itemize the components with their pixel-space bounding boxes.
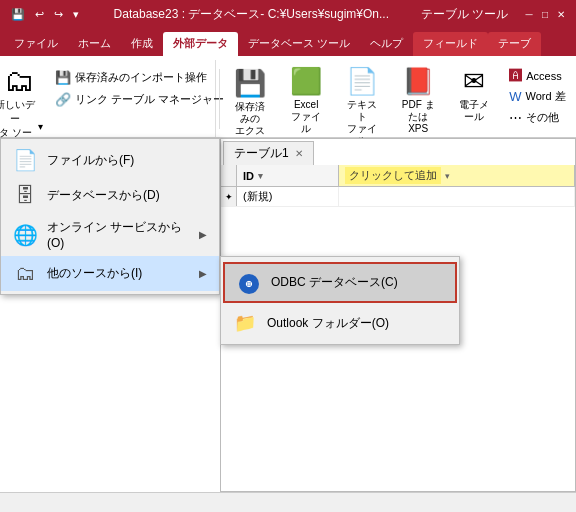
table-header-add[interactable]: クリックして追加 ▾ [339, 165, 575, 186]
pdf-label: PDF または XPS [399, 99, 437, 135]
maximize-button[interactable]: □ [538, 7, 552, 21]
quick-access-dropdown[interactable]: ▾ [70, 6, 82, 23]
link-manager-icon: 🔗 [55, 92, 71, 107]
sub-menu-outlook-label: Outlook フォルダー(O) [267, 315, 389, 332]
menu-item-from-file[interactable]: 📄 ファイルから(F) [1, 142, 219, 178]
dropdown-arrow-icon: ▾ [38, 121, 43, 132]
redo-icon[interactable]: ↪ [51, 6, 66, 23]
tab-external-data[interactable]: 外部データ [163, 32, 238, 56]
tab-home[interactable]: ホーム [68, 32, 121, 56]
excel-export-button[interactable]: 🟩 Excel ファイル [281, 64, 331, 137]
save-icon[interactable]: 💾 [8, 6, 28, 23]
title-bar-left: 💾 ↩ ↪ ▾ [8, 6, 82, 23]
header-selector [221, 165, 237, 186]
saved-import-icon: 💾 [55, 70, 71, 85]
ribbon-separator-1 [219, 69, 220, 129]
table-tab-1[interactable]: テーブル1 ✕ [223, 141, 314, 165]
text-file-icon: 📄 [346, 66, 378, 97]
odbc-icon: ⊕ [237, 271, 261, 294]
other-source-icon: 🗂 [13, 262, 37, 285]
table-cell-new[interactable]: (新規) [237, 187, 339, 206]
table-header-id[interactable]: ID ▾ [237, 165, 339, 186]
menu-item-from-database[interactable]: 🗄 データベースから(D) [1, 178, 219, 213]
menu-item-file-label: ファイルから(F) [47, 152, 207, 169]
dropdown-overlay: 📄 ファイルから(F) 🗄 データベースから(D) 🌐 オンライン サービスから… [0, 138, 220, 295]
table-row: ✦ (新規) [221, 187, 575, 207]
link-manager-button[interactable]: 🔗 リンク テーブル マネージャー [51, 90, 228, 109]
table-tools-label: テーブル ツール [421, 6, 508, 23]
word-icon: W [509, 89, 521, 104]
tab-database-tools[interactable]: データベース ツール [238, 32, 360, 56]
close-button[interactable]: ✕ [554, 7, 568, 21]
sub-menu-odbc[interactable]: ⊕ ODBC データベース(C) [223, 262, 457, 303]
import-group: 🗂 新しいデー タ ソース ▾ 💾 保存済みのインポート操作 🔗 リンク テーブ… [4, 60, 216, 137]
pdf-icon: 📕 [402, 66, 434, 97]
table-tab-label: テーブル1 [234, 145, 289, 162]
file-icon: 📄 [13, 148, 37, 172]
tab-table[interactable]: テーブ [488, 32, 541, 56]
text-export-button[interactable]: 📄 テキスト ファイル [337, 64, 387, 149]
table-tab-close-icon[interactable]: ✕ [295, 148, 303, 159]
database-icon: 🗄 [13, 184, 37, 207]
email-icon: ✉ [463, 66, 485, 97]
email-label: 電子メール [455, 99, 493, 123]
other-submenu-arrow-icon: ▶ [199, 268, 207, 279]
table-header: ID ▾ クリックして追加 ▾ [221, 165, 575, 187]
submenu-arrow-icon: ▶ [199, 229, 207, 240]
sub-menu-outlook[interactable]: 📁 Outlook フォルダー(O) [221, 305, 459, 341]
tab-help[interactable]: ヘルプ [360, 32, 413, 56]
undo-icon[interactable]: ↩ [32, 6, 47, 23]
tab-field[interactable]: フィールド [413, 32, 488, 56]
menu-item-from-online[interactable]: 🌐 オンライン サービスから(O) ▶ [1, 213, 219, 256]
online-icon: 🌐 [13, 223, 37, 247]
pdf-export-button[interactable]: 📕 PDF または XPS [393, 64, 443, 137]
tab-create[interactable]: 作成 [121, 32, 163, 56]
export-group: 💾 保存済みの エクスポート操作 🟩 Excel ファイル 📄 テキスト ファイ… [223, 60, 572, 137]
more-export-button[interactable]: ⋯ その他 [505, 108, 569, 127]
title-bar: 💾 ↩ ↪ ▾ Database23 : データベース- C:¥Users¥su… [0, 0, 576, 28]
new-source-icon: 🗂 [4, 64, 34, 98]
email-export-button[interactable]: ✉ 電子メール [449, 64, 499, 125]
word-export-button[interactable]: W Word 差 [505, 87, 569, 106]
more-icon: ⋯ [509, 110, 522, 125]
status-bar [0, 492, 576, 512]
sort-icon: ▾ [258, 171, 263, 181]
excel-label: Excel ファイル [287, 99, 325, 135]
access-export-button[interactable]: 🅰 Access [505, 66, 569, 85]
excel-icon: 🟩 [290, 66, 322, 97]
more-label: その他 [526, 110, 559, 125]
menu-item-online-label: オンライン サービスから(O) [47, 219, 189, 250]
outlook-icon: 📁 [233, 312, 257, 334]
saved-export-icon: 💾 [234, 68, 266, 99]
word-label: Word 差 [525, 89, 565, 104]
tab-file[interactable]: ファイル [4, 32, 68, 56]
row-selector: ✦ [221, 187, 237, 206]
saved-import-label: 保存済みのインポート操作 [75, 70, 207, 85]
ribbon: 🗂 新しいデー タ ソース ▾ 💾 保存済みのインポート操作 🔗 リンク テーブ… [0, 56, 576, 138]
table-cell-empty[interactable] [339, 187, 575, 206]
main-menu: 📄 ファイルから(F) 🗄 データベースから(D) 🌐 オンライン サービスから… [0, 138, 220, 295]
minimize-button[interactable]: ─ [522, 7, 536, 21]
menu-item-from-other[interactable]: 🗂 他のソースから(I) ▶ ⊕ ODBC データベース(C) 📁 [1, 256, 219, 291]
menu-item-other-label: 他のソースから(I) [47, 265, 189, 282]
add-column-arrow: ▾ [445, 171, 450, 181]
access-label: Access [526, 70, 561, 82]
table-tabs: テーブル1 ✕ [221, 139, 575, 165]
menu-item-database-label: データベースから(D) [47, 187, 207, 204]
sub-menu: ⊕ ODBC データベース(C) 📁 Outlook フォルダー(O) [220, 256, 460, 345]
click-to-add-label: クリックして追加 [345, 167, 441, 184]
window-title: Database23 : データベース- C:¥Users¥sugim¥On..… [88, 6, 415, 23]
saved-import-button[interactable]: 💾 保存済みのインポート操作 [51, 68, 228, 87]
access-icon: 🅰 [509, 68, 522, 83]
link-manager-label: リンク テーブル マネージャー [75, 92, 224, 107]
sub-menu-odbc-label: ODBC データベース(C) [271, 274, 398, 291]
ribbon-tabs: ファイル ホーム 作成 外部データ データベース ツール ヘルプ フィールド テ… [0, 28, 576, 56]
